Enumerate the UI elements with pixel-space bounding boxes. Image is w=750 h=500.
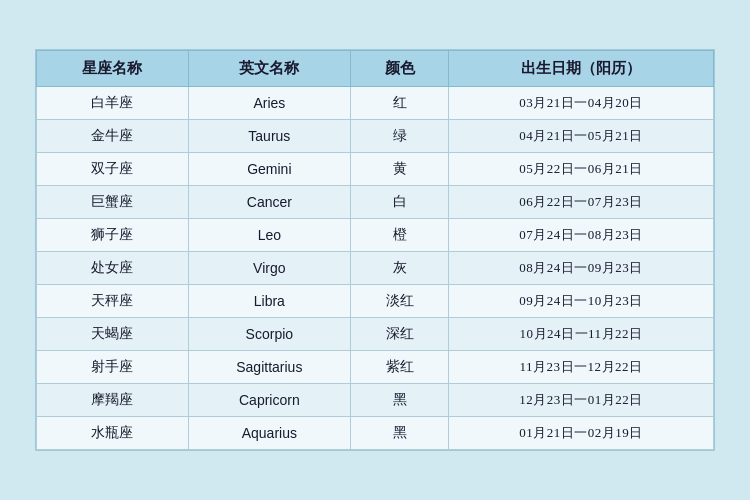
cell-r1-c0: 金牛座 bbox=[37, 120, 189, 153]
cell-r7-c3: 10月24日一11月22日 bbox=[449, 318, 714, 351]
cell-r4-c0: 狮子座 bbox=[37, 219, 189, 252]
cell-r1-c3: 04月21日一05月21日 bbox=[449, 120, 714, 153]
cell-r4-c1: Leo bbox=[188, 219, 351, 252]
cell-r2-c2: 黄 bbox=[351, 153, 449, 186]
table-row: 摩羯座Capricorn黑12月23日一01月22日 bbox=[37, 384, 714, 417]
zodiac-table: 星座名称英文名称颜色出生日期（阳历） 白羊座Aries红03月21日一04月20… bbox=[36, 50, 714, 450]
cell-r3-c2: 白 bbox=[351, 186, 449, 219]
cell-r4-c2: 橙 bbox=[351, 219, 449, 252]
cell-r8-c2: 紫红 bbox=[351, 351, 449, 384]
cell-r0-c3: 03月21日一04月20日 bbox=[449, 87, 714, 120]
header-col-2: 颜色 bbox=[351, 51, 449, 87]
cell-r1-c2: 绿 bbox=[351, 120, 449, 153]
cell-r6-c2: 淡红 bbox=[351, 285, 449, 318]
table-body: 白羊座Aries红03月21日一04月20日金牛座Taurus绿04月21日一0… bbox=[37, 87, 714, 450]
cell-r10-c2: 黑 bbox=[351, 417, 449, 450]
cell-r8-c0: 射手座 bbox=[37, 351, 189, 384]
cell-r1-c1: Taurus bbox=[188, 120, 351, 153]
cell-r9-c3: 12月23日一01月22日 bbox=[449, 384, 714, 417]
cell-r3-c3: 06月22日一07月23日 bbox=[449, 186, 714, 219]
cell-r10-c0: 水瓶座 bbox=[37, 417, 189, 450]
cell-r2-c1: Gemini bbox=[188, 153, 351, 186]
cell-r9-c1: Capricorn bbox=[188, 384, 351, 417]
cell-r8-c3: 11月23日一12月22日 bbox=[449, 351, 714, 384]
table-row: 天蝎座Scorpio深红10月24日一11月22日 bbox=[37, 318, 714, 351]
table-header-row: 星座名称英文名称颜色出生日期（阳历） bbox=[37, 51, 714, 87]
cell-r5-c2: 灰 bbox=[351, 252, 449, 285]
header-col-1: 英文名称 bbox=[188, 51, 351, 87]
cell-r5-c0: 处女座 bbox=[37, 252, 189, 285]
cell-r6-c0: 天秤座 bbox=[37, 285, 189, 318]
cell-r0-c1: Aries bbox=[188, 87, 351, 120]
cell-r10-c1: Aquarius bbox=[188, 417, 351, 450]
cell-r6-c1: Libra bbox=[188, 285, 351, 318]
header-col-0: 星座名称 bbox=[37, 51, 189, 87]
cell-r2-c3: 05月22日一06月21日 bbox=[449, 153, 714, 186]
cell-r3-c1: Cancer bbox=[188, 186, 351, 219]
cell-r2-c0: 双子座 bbox=[37, 153, 189, 186]
table-row: 巨蟹座Cancer白06月22日一07月23日 bbox=[37, 186, 714, 219]
cell-r3-c0: 巨蟹座 bbox=[37, 186, 189, 219]
cell-r5-c1: Virgo bbox=[188, 252, 351, 285]
cell-r5-c3: 08月24日一09月23日 bbox=[449, 252, 714, 285]
header-col-3: 出生日期（阳历） bbox=[449, 51, 714, 87]
cell-r0-c2: 红 bbox=[351, 87, 449, 120]
cell-r10-c3: 01月21日一02月19日 bbox=[449, 417, 714, 450]
cell-r6-c3: 09月24日一10月23日 bbox=[449, 285, 714, 318]
zodiac-table-container: 星座名称英文名称颜色出生日期（阳历） 白羊座Aries红03月21日一04月20… bbox=[35, 49, 715, 451]
cell-r7-c1: Scorpio bbox=[188, 318, 351, 351]
table-row: 金牛座Taurus绿04月21日一05月21日 bbox=[37, 120, 714, 153]
cell-r0-c0: 白羊座 bbox=[37, 87, 189, 120]
cell-r7-c2: 深红 bbox=[351, 318, 449, 351]
cell-r8-c1: Sagittarius bbox=[188, 351, 351, 384]
table-row: 天秤座Libra淡红09月24日一10月23日 bbox=[37, 285, 714, 318]
table-row: 处女座Virgo灰08月24日一09月23日 bbox=[37, 252, 714, 285]
table-row: 白羊座Aries红03月21日一04月20日 bbox=[37, 87, 714, 120]
table-row: 狮子座Leo橙07月24日一08月23日 bbox=[37, 219, 714, 252]
cell-r9-c2: 黑 bbox=[351, 384, 449, 417]
table-row: 双子座Gemini黄05月22日一06月21日 bbox=[37, 153, 714, 186]
cell-r7-c0: 天蝎座 bbox=[37, 318, 189, 351]
cell-r4-c3: 07月24日一08月23日 bbox=[449, 219, 714, 252]
table-row: 水瓶座Aquarius黑01月21日一02月19日 bbox=[37, 417, 714, 450]
cell-r9-c0: 摩羯座 bbox=[37, 384, 189, 417]
table-row: 射手座Sagittarius紫红11月23日一12月22日 bbox=[37, 351, 714, 384]
